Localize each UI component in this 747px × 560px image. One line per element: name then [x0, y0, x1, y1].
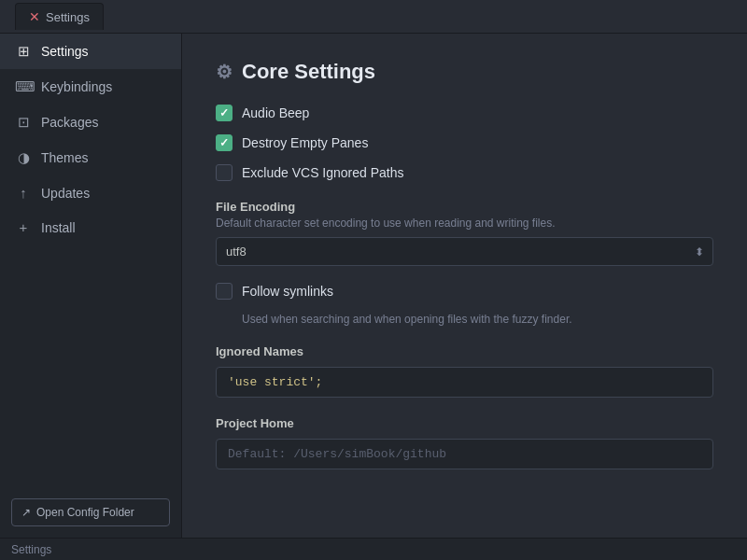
title-bar: ✕ Settings	[0, 0, 747, 34]
checkbox-follow-symlinks[interactable]	[216, 283, 233, 300]
tab-label: Settings	[46, 10, 90, 24]
section-title: ⚙ Core Settings	[216, 60, 713, 84]
sidebar-item-label-keybindings: Keybindings	[41, 79, 112, 94]
open-config-label: Open Config Folder	[36, 506, 134, 519]
sidebar-item-label-settings: Settings	[41, 44, 89, 59]
follow-symlinks-section: Follow symlinks Used when searching and …	[216, 283, 713, 326]
sidebar-item-label-install: Install	[41, 220, 76, 235]
sidebar: ⊞ Settings ⌨ Keybindings ⊡ Packages ◑ Th…	[0, 34, 182, 538]
file-encoding-section: File Encoding Default character set enco…	[216, 200, 713, 266]
ignored-names-input[interactable]	[216, 367, 713, 398]
checkbox-row-audio-beep[interactable]: Audio Beep	[216, 105, 713, 121]
checkbox-destroy-empty-panes[interactable]	[216, 134, 233, 151]
checkbox-label-destroy-empty-panes: Destroy Empty Panes	[242, 135, 368, 150]
open-config-folder-button[interactable]: ↗ Open Config Folder	[11, 498, 170, 526]
checkbox-audio-beep[interactable]	[216, 105, 233, 121]
checkbox-exclude-vcs[interactable]	[216, 164, 233, 181]
sidebar-item-updates[interactable]: ↑ Updates	[0, 175, 181, 210]
sidebar-item-settings[interactable]: ⊞ Settings	[0, 34, 181, 69]
project-home-input[interactable]	[216, 439, 713, 469]
packages-icon: ⊡	[15, 114, 32, 131]
file-encoding-label: File Encoding	[216, 200, 713, 214]
sidebar-item-keybindings[interactable]: ⌨ Keybindings	[0, 69, 181, 105]
checkbox-label-audio-beep: Audio Beep	[242, 105, 309, 120]
sidebar-item-themes[interactable]: ◑ Themes	[0, 140, 181, 175]
status-bar: Settings	[0, 538, 747, 560]
install-icon: +	[15, 219, 32, 235]
settings-tab[interactable]: ✕ Settings	[15, 3, 104, 30]
open-config-icon: ↗	[21, 506, 31, 519]
sidebar-item-label-packages: Packages	[41, 115, 98, 130]
sidebar-item-install[interactable]: + Install	[0, 210, 181, 245]
checkbox-row-follow-symlinks[interactable]: Follow symlinks	[216, 283, 713, 300]
file-encoding-select[interactable]: utf8 ascii utf16le latin1	[216, 237, 713, 266]
main-layout: ⊞ Settings ⌨ Keybindings ⊡ Packages ◑ Th…	[0, 34, 747, 538]
checkbox-row-exclude-vcs[interactable]: Exclude VCS Ignored Paths	[216, 164, 713, 181]
tab-gear-icon: ✕	[29, 9, 40, 24]
follow-symlinks-desc: Used when searching and when opening fil…	[242, 313, 713, 326]
checkbox-label-follow-symlinks: Follow symlinks	[242, 284, 333, 299]
updates-icon: ↑	[15, 185, 32, 201]
file-encoding-select-wrapper: utf8 ascii utf16le latin1 ⬍	[216, 237, 713, 266]
keybindings-icon: ⌨	[15, 78, 32, 95]
status-bar-label: Settings	[11, 543, 51, 556]
project-home-label: Project Home	[216, 416, 713, 430]
content-area: ⚙ Core Settings Audio Beep Destroy Empty…	[182, 34, 747, 538]
ignored-names-section: Ignored Names	[216, 344, 713, 398]
sidebar-item-packages[interactable]: ⊡ Packages	[0, 105, 181, 140]
file-encoding-desc: Default character set encoding to use wh…	[216, 217, 713, 230]
ignored-names-label: Ignored Names	[216, 344, 713, 358]
section-title-text: Core Settings	[242, 60, 375, 84]
settings-icon: ⊞	[15, 43, 32, 60]
checkbox-row-destroy-empty-panes[interactable]: Destroy Empty Panes	[216, 134, 713, 151]
themes-icon: ◑	[15, 149, 32, 166]
checkbox-label-exclude-vcs: Exclude VCS Ignored Paths	[242, 165, 404, 180]
section-gear-icon: ⚙	[216, 61, 233, 83]
project-home-section: Project Home	[216, 416, 713, 469]
sidebar-item-label-updates: Updates	[41, 186, 90, 201]
sidebar-item-label-themes: Themes	[41, 150, 89, 165]
